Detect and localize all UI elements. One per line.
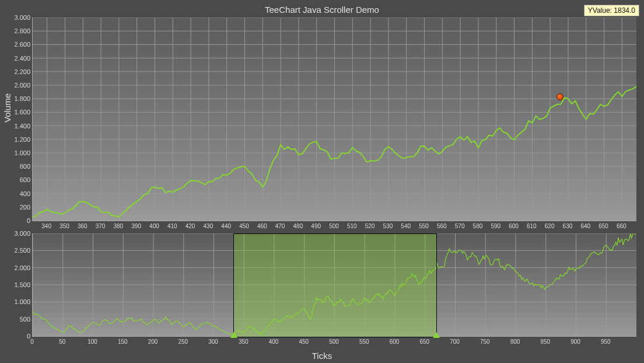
x-tick-label: 480 bbox=[293, 223, 303, 229]
y-tick-label: 1.200 bbox=[4, 136, 30, 143]
overview-x-tick-label: 50 bbox=[59, 338, 65, 345]
x-axis-title: Ticks bbox=[0, 351, 644, 361]
x-tick-label: 400 bbox=[149, 223, 159, 229]
x-tick-label: 370 bbox=[96, 223, 106, 229]
overview-y-tick-label: 1.500 bbox=[4, 281, 30, 288]
overview-x-tick-label: 700 bbox=[450, 338, 460, 345]
overview-x-tick-label: 500 bbox=[329, 338, 339, 345]
x-tick-label: 580 bbox=[473, 223, 483, 229]
x-tick-label: 440 bbox=[221, 223, 231, 229]
overview-x-tick-label: 450 bbox=[299, 338, 309, 345]
x-tick-label: 530 bbox=[383, 223, 393, 229]
data-marker[interactable] bbox=[556, 93, 564, 100]
scroll-handle-right[interactable] bbox=[433, 332, 440, 338]
x-tick-label: 550 bbox=[419, 223, 429, 229]
overview-x-tick-label: 850 bbox=[540, 338, 550, 345]
x-tick-label: 430 bbox=[204, 223, 214, 229]
x-tick-label: 520 bbox=[365, 223, 375, 229]
overview-x-tick-label: 550 bbox=[359, 338, 369, 345]
y-tick-label: 1.800 bbox=[4, 95, 30, 102]
overview-x-tick-label: 950 bbox=[601, 338, 611, 345]
y-tick-label: 0 bbox=[4, 217, 30, 224]
x-tick-label: 390 bbox=[131, 223, 141, 229]
overview-y-tick-label: 2.500 bbox=[4, 247, 30, 254]
x-tick-label: 630 bbox=[563, 223, 573, 229]
x-tick-label: 660 bbox=[617, 223, 626, 229]
overview-x-tick-label: 350 bbox=[239, 338, 249, 345]
y-tick-label: 800 bbox=[4, 163, 30, 170]
x-tick-label: 460 bbox=[257, 223, 267, 229]
overview-y-tick-label: 500 bbox=[4, 316, 30, 323]
y-tick-label: 2.200 bbox=[4, 68, 30, 75]
overview-x-tick-label: 0 bbox=[30, 338, 34, 345]
value-tooltip: YValue: 1834.0 bbox=[584, 5, 639, 16]
y-tick-label: 1.400 bbox=[4, 123, 30, 130]
x-tick-label: 590 bbox=[491, 223, 501, 229]
x-tick-label: 570 bbox=[455, 223, 465, 229]
x-tick-label: 380 bbox=[114, 223, 124, 229]
y-tick-label: 400 bbox=[4, 190, 30, 197]
x-tick-label: 470 bbox=[275, 223, 285, 229]
x-tick-label: 450 bbox=[239, 223, 249, 229]
x-tick-label: 340 bbox=[41, 223, 51, 229]
overview-x-tick-label: 200 bbox=[148, 338, 158, 345]
x-tick-label: 610 bbox=[527, 223, 537, 229]
overview-x-tick-label: 100 bbox=[88, 338, 97, 345]
x-tick-label: 540 bbox=[401, 223, 411, 229]
overview-x-tick-label: 400 bbox=[269, 338, 279, 345]
overview-y-tick-label: 1.000 bbox=[4, 298, 30, 305]
overview-y-tick-label: 3.000 bbox=[4, 230, 30, 237]
x-tick-label: 410 bbox=[167, 223, 177, 229]
y-tick-label: 2.400 bbox=[4, 55, 30, 62]
overview-x-tick-label: 650 bbox=[419, 338, 429, 345]
overview-x-tick-label: 250 bbox=[178, 338, 188, 345]
y-tick-label: 1.000 bbox=[4, 149, 30, 156]
overview-x-tick-label: 900 bbox=[570, 338, 580, 345]
y-tick-label: 1.600 bbox=[4, 109, 30, 116]
scroll-window[interactable] bbox=[233, 233, 438, 337]
overview-x-tick-label: 600 bbox=[390, 338, 400, 345]
x-tick-label: 600 bbox=[509, 223, 519, 229]
overview-chart-area[interactable] bbox=[32, 233, 636, 337]
overview-y-tick-label: 0 bbox=[4, 333, 30, 340]
overview-y-tick-label: 2.000 bbox=[4, 264, 30, 271]
x-tick-label: 560 bbox=[437, 223, 447, 229]
x-tick-label: 640 bbox=[580, 223, 590, 229]
x-tick-label: 500 bbox=[329, 223, 339, 229]
y-tick-label: 2.600 bbox=[4, 41, 30, 48]
x-tick-label: 510 bbox=[347, 223, 357, 229]
x-tick-label: 650 bbox=[598, 223, 608, 229]
y-tick-label: 2.000 bbox=[4, 82, 30, 89]
overview-x-tick-label: 300 bbox=[208, 338, 218, 345]
scroll-handle-left[interactable] bbox=[230, 332, 237, 338]
overview-x-tick-label: 800 bbox=[510, 338, 520, 345]
x-tick-label: 490 bbox=[311, 223, 321, 229]
overview-x-tick-label: 150 bbox=[118, 338, 128, 345]
x-tick-label: 620 bbox=[545, 223, 555, 229]
main-chart-area[interactable] bbox=[32, 18, 636, 221]
x-tick-label: 350 bbox=[60, 223, 69, 229]
overview-x-tick-label: 750 bbox=[480, 338, 490, 345]
y-tick-label: 2.800 bbox=[4, 27, 30, 34]
chart-title: TeeChart Java Scroller Demo bbox=[0, 5, 644, 15]
x-tick-label: 360 bbox=[78, 223, 88, 229]
x-tick-label: 420 bbox=[186, 223, 195, 229]
y-tick-label: 3.000 bbox=[4, 14, 30, 21]
y-tick-label: 200 bbox=[4, 204, 30, 211]
y-tick-label: 600 bbox=[4, 176, 30, 183]
